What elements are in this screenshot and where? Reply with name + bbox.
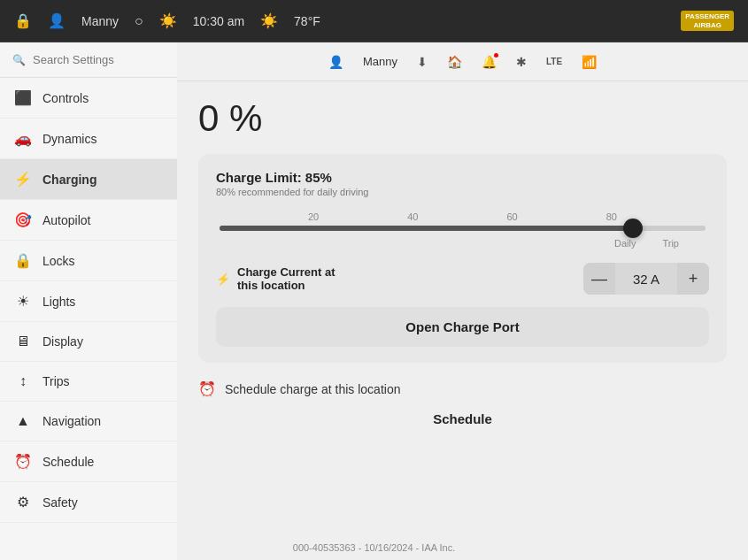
sidebar-item-schedule[interactable]: ⏰ Schedule: [0, 441, 177, 482]
schedule-icon: ⏰: [14, 453, 32, 470]
lock-icon: 🔒: [14, 12, 32, 29]
download-icon: ⬇: [417, 55, 428, 69]
temperature-display: 78°F: [294, 14, 320, 28]
content-user-icon: 👤: [328, 55, 343, 69]
sidebar-item-controls[interactable]: ⬛ Controls: [0, 78, 177, 119]
charge-limit-sub: 80% recommended for daily driving: [216, 187, 709, 197]
sidebar-item-autopilot[interactable]: 🎯 Autopilot: [0, 200, 177, 241]
passenger-airbag-indicator: PASSENGERAIRBAG: [681, 11, 734, 31]
increase-charge-button[interactable]: +: [677, 263, 709, 295]
layout-inner: 🔍 ⬛ Controls 🚗 Dynamics ⚡ Charging 🎯 Aut…: [0, 42, 748, 560]
slider-label-80: 80: [606, 211, 617, 222]
footer-watermark: 000-40535363 - 10/16/2024 - IAA Inc.: [293, 542, 455, 553]
sidebar-item-dynamics[interactable]: 🚗 Dynamics: [0, 119, 177, 159]
sun-icon: ☀️: [159, 12, 177, 29]
sidebar-label-locks: Locks: [42, 254, 75, 268]
display-icon: 🖥: [14, 334, 32, 349]
sidebar-label-lights: Lights: [42, 295, 75, 309]
search-bar[interactable]: 🔍: [0, 42, 177, 78]
sidebar-item-locks[interactable]: 🔒 Locks: [0, 241, 177, 281]
charging-icon: ⚡: [14, 171, 32, 188]
content-section: 👤 Manny ⬇ 🏠 🔔 ✱ LTE 📶 0 % Charge Limit: …: [177, 42, 748, 560]
status-bar-right: PASSENGERAIRBAG: [681, 11, 734, 31]
home-icon: 🏠: [447, 55, 462, 69]
sidebar-item-trips[interactable]: ↕ Trips: [0, 362, 177, 402]
charge-plug-icon: ⚡: [216, 272, 230, 286]
sidebar-item-charging[interactable]: ⚡ Charging: [0, 159, 177, 200]
schedule-row-icon: ⏰: [198, 380, 216, 397]
decrease-charge-button[interactable]: —: [583, 263, 615, 295]
battery-percent: 0 %: [198, 97, 727, 140]
slider-annotations: Daily Trip: [220, 238, 706, 249]
sidebar-item-display[interactable]: 🖥 Display: [0, 322, 177, 362]
signal-bars-icon: 📶: [582, 55, 597, 69]
sidebar-label-trips: Trips: [42, 374, 70, 388]
charge-slider-container[interactable]: 20 40 60 80 Daily Trip: [216, 211, 709, 249]
dynamics-icon: 🚗: [14, 130, 32, 147]
sidebar-item-safety[interactable]: ⚙ Safety: [0, 482, 177, 523]
schedule-row[interactable]: ⏰ Schedule charge at this location: [198, 380, 727, 397]
content-body: 0 % Charge Limit: 85% 80% recommended fo…: [177, 81, 748, 560]
charge-current-row: ⚡ Charge Current at this location — 32 A…: [216, 263, 709, 295]
sidebar-label-navigation: Navigation: [42, 414, 101, 428]
controls-icon: ⬛: [14, 89, 32, 106]
sidebar-item-navigation[interactable]: ▲ Navigation: [0, 402, 177, 441]
slider-thumb[interactable]: [623, 219, 643, 238]
notification-icon: 🔔: [482, 55, 497, 69]
bluetooth-icon: ✱: [516, 55, 527, 69]
slider-label-20: 20: [308, 211, 319, 222]
search-input[interactable]: [33, 53, 165, 66]
lte-label: LTE: [546, 57, 562, 66]
user-icon: 👤: [48, 12, 66, 29]
slider-track[interactable]: [220, 226, 706, 231]
charge-current-controls: — 32 A +: [583, 263, 709, 295]
charge-current-label: ⚡ Charge Current at this location: [216, 265, 574, 292]
locks-icon: 🔒: [14, 252, 32, 269]
time-display: 10:30 am: [193, 14, 244, 28]
sidebar-label-schedule: Schedule: [42, 455, 94, 469]
autopilot-icon: 🎯: [14, 211, 32, 228]
slider-fill: [220, 226, 633, 231]
sidebar-label-charging: Charging: [42, 173, 96, 187]
weather-icon: ☀️: [260, 12, 278, 29]
status-bar: 🔒 👤 Manny ○ ☀️ 10:30 am ☀️ 78°F PASSENGE…: [0, 0, 748, 42]
daily-label: Daily: [614, 238, 636, 249]
sidebar-label-display: Display: [42, 334, 83, 349]
sidebar: 🔍 ⬛ Controls 🚗 Dynamics ⚡ Charging 🎯 Aut…: [0, 42, 177, 560]
charge-card: Charge Limit: 85% 80% recommended for da…: [198, 154, 727, 363]
charge-limit-title: Charge Limit: 85%: [216, 170, 709, 185]
status-bar-left: 🔒 👤 Manny ○ ☀️ 10:30 am ☀️ 78°F: [14, 12, 663, 29]
trips-icon: ↕: [14, 373, 32, 389]
content-top-bar: 👤 Manny ⬇ 🏠 🔔 ✱ LTE 📶: [177, 42, 748, 81]
safety-icon: ⚙: [14, 494, 32, 510]
open-charge-port-button[interactable]: Open Charge Port: [216, 307, 709, 347]
sidebar-label-dynamics: Dynamics: [42, 132, 96, 146]
sidebar-label-controls: Controls: [42, 91, 89, 105]
schedule-section-title: Schedule: [198, 411, 727, 426]
navigation-icon: ▲: [14, 413, 32, 429]
slider-label-60: 60: [507, 211, 518, 222]
charge-current-value: 32 A: [615, 272, 677, 287]
content-user-name: Manny: [363, 55, 397, 68]
slider-label-40: 40: [407, 211, 418, 222]
circle-icon: ○: [135, 13, 143, 29]
search-icon: 🔍: [12, 54, 26, 66]
sidebar-label-autopilot: Autopilot: [42, 213, 90, 227]
lights-icon: ☀: [14, 293, 32, 310]
user-name-status: Manny: [81, 14, 119, 28]
sidebar-item-lights[interactable]: ☀ Lights: [0, 281, 177, 322]
layout-body: 🔍 ⬛ Controls 🚗 Dynamics ⚡ Charging 🎯 Aut…: [0, 42, 748, 560]
trip-label: Trip: [662, 238, 679, 249]
sidebar-label-safety: Safety: [42, 495, 78, 510]
schedule-row-text: Schedule charge at this location: [225, 382, 400, 396]
charge-current-text: Charge Current at this location: [237, 265, 335, 292]
